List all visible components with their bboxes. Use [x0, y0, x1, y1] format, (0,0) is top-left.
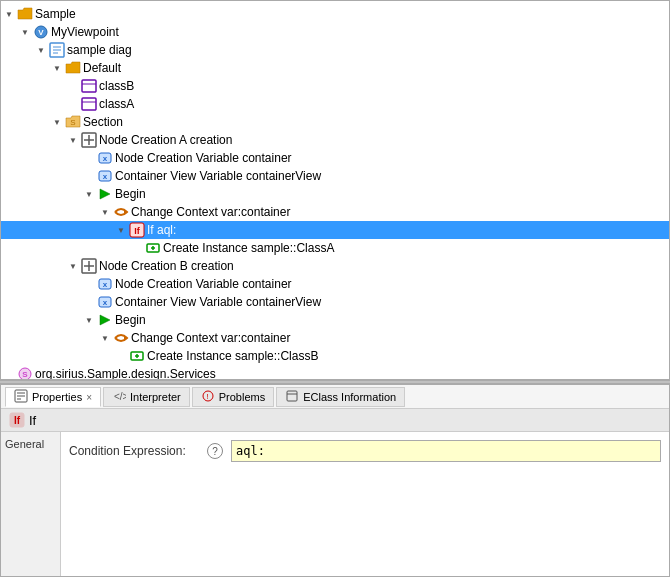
tree-item-label: Section	[83, 115, 123, 129]
tab-bar: Properties×</>Interpreter!ProblemsEClass…	[1, 385, 669, 409]
tree-item[interactable]: xNode Creation Variable container	[1, 149, 669, 167]
begin-icon	[97, 312, 113, 328]
folder-icon	[65, 60, 81, 76]
section-icon: S	[65, 114, 81, 130]
viewpoint-icon: V	[33, 24, 49, 40]
tree-item[interactable]: Node Creation B creation	[1, 257, 669, 275]
tree-item[interactable]: xContainer View Variable containerView	[1, 293, 669, 311]
tree-item-label: Node Creation B creation	[99, 259, 234, 273]
class-icon	[81, 78, 97, 94]
tree-expander-down[interactable]	[49, 60, 65, 76]
tree-item[interactable]: SSection	[1, 113, 669, 131]
tree-item-label: Container View Variable containerView	[115, 295, 321, 309]
tree-item[interactable]: Create Instance sample::ClassA	[1, 239, 669, 257]
tree-item-label: classA	[99, 97, 134, 111]
tree-expander-down[interactable]	[97, 330, 113, 346]
condition-help-icon[interactable]: ?	[207, 443, 223, 459]
tree-item-label: Sample	[35, 7, 76, 21]
properties-sidebar: General	[1, 432, 61, 576]
tree-expander-down[interactable]	[81, 186, 97, 202]
svg-text:If: If	[14, 415, 21, 426]
tree-expander-down[interactable]	[97, 204, 113, 220]
interpreter-tab-icon: </>	[112, 389, 126, 405]
svg-marker-18	[100, 189, 110, 199]
tree-item-label: org.sirius.Sample.design.Services	[35, 367, 216, 380]
create-instance-icon	[129, 348, 145, 364]
tab-label: EClass Information	[303, 391, 396, 403]
svg-text:S: S	[70, 118, 75, 127]
tree-item[interactable]: Change Context var:container	[1, 203, 669, 221]
tree-item[interactable]: Change Context var:container	[1, 329, 669, 347]
tree-expander-down[interactable]	[33, 42, 49, 58]
tree-item[interactable]: xNode Creation Variable container	[1, 275, 669, 293]
properties-title-bar: If If	[1, 409, 669, 432]
tree-expander-down[interactable]	[65, 132, 81, 148]
tree-item-label: Create Instance sample::ClassB	[147, 349, 318, 363]
tree-item-label: If aql:	[147, 223, 176, 237]
tree-item-label: Change Context var:container	[131, 331, 290, 345]
tree-expander-down[interactable]	[17, 24, 33, 40]
tree-expander-down[interactable]	[65, 258, 81, 274]
bottom-panel: Properties×</>Interpreter!ProblemsEClass…	[0, 384, 670, 577]
tree-item[interactable]: Begin	[1, 311, 669, 329]
tree-item[interactable]: Default	[1, 59, 669, 77]
svg-text:x: x	[103, 154, 108, 163]
tab-problems[interactable]: !Problems	[192, 387, 274, 407]
eclass-tab-icon	[285, 389, 299, 405]
svg-text:</>: </>	[114, 391, 126, 402]
tab-label: Interpreter	[130, 391, 181, 403]
tree-item-label: classB	[99, 79, 134, 93]
svg-rect-6	[82, 80, 96, 92]
condition-expression-input[interactable]	[231, 440, 661, 462]
tree-item[interactable]: xContainer View Variable containerView	[1, 167, 669, 185]
tree-item[interactable]: Sorg.sirius.Sample.design.Services	[1, 365, 669, 380]
service-icon: S	[17, 366, 33, 380]
condition-row: Condition Expression: ?	[69, 440, 661, 462]
tree-item-label: Change Context var:container	[131, 205, 290, 219]
tree-expander-down[interactable]	[81, 312, 97, 328]
tree-expander-down[interactable]	[1, 6, 17, 22]
variable-icon: x	[97, 168, 113, 184]
variable-icon: x	[97, 150, 113, 166]
svg-text:x: x	[103, 280, 108, 289]
variable-icon: x	[97, 276, 113, 292]
tree-item[interactable]: Node Creation A creation	[1, 131, 669, 149]
tree-item[interactable]: IfIf aql:	[1, 221, 669, 239]
tree-item[interactable]: classB	[1, 77, 669, 95]
tree-expander-down[interactable]	[49, 114, 65, 130]
svg-marker-32	[100, 315, 110, 325]
tab-eclass[interactable]: EClass Information	[276, 387, 405, 407]
create-instance-icon	[145, 240, 161, 256]
tree-item[interactable]: Sample	[1, 5, 669, 23]
properties-tab-icon	[14, 389, 28, 405]
tab-label: Problems	[219, 391, 265, 403]
tree-item-label: Begin	[115, 313, 146, 327]
tab-close-button[interactable]: ×	[86, 392, 92, 403]
tab-interpreter[interactable]: </>Interpreter	[103, 387, 190, 407]
svg-rect-8	[82, 98, 96, 110]
tree-expander-down[interactable]	[113, 222, 129, 238]
svg-text:x: x	[103, 298, 108, 307]
tab-properties[interactable]: Properties×	[5, 387, 101, 407]
tree-item-label: Node Creation Variable container	[115, 151, 292, 165]
tree-item[interactable]: sample diag	[1, 41, 669, 59]
tree-item[interactable]: classA	[1, 95, 669, 113]
if-title-icon: If	[9, 412, 25, 428]
problems-tab-icon: !	[201, 389, 215, 405]
svg-rect-46	[287, 391, 297, 401]
tree-item[interactable]: VMyViewpoint	[1, 23, 669, 41]
tree-item-label: Begin	[115, 187, 146, 201]
tree-item[interactable]: Begin	[1, 185, 669, 203]
properties-form: Condition Expression: ?	[61, 432, 669, 576]
tree-item[interactable]: Create Instance sample::ClassB	[1, 347, 669, 365]
tree-item-label: Create Instance sample::ClassA	[163, 241, 334, 255]
begin-icon	[97, 186, 113, 202]
svg-text:!: !	[206, 392, 208, 401]
change-context-icon	[113, 204, 129, 220]
class-icon	[81, 96, 97, 112]
condition-label: Condition Expression:	[69, 444, 199, 458]
change-context-icon	[113, 330, 129, 346]
tree-item-label: Container View Variable containerView	[115, 169, 321, 183]
variable-icon: x	[97, 294, 113, 310]
if-icon: If	[129, 222, 145, 238]
